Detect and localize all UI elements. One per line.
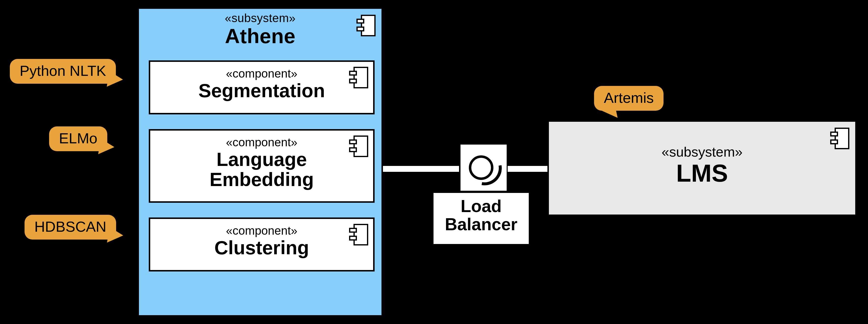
segmentation-stereotype: «component» [155,67,368,80]
load-balancer-line2: Balancer [434,216,529,234]
lms-name: LMS [549,161,855,185]
component-icon [356,15,376,36]
component-icon [349,224,368,246]
subsystem-athene: «subsystem» Athene «component» Segmentat… [137,7,383,317]
language-embedding-stereotype: «component» [155,135,368,149]
component-icon [349,135,368,157]
assembly-interface [459,143,508,192]
required-interface-socket-icon [461,144,508,192]
athene-name: Athene [139,26,381,46]
callout-artemis: Artemis [594,86,663,111]
clustering-name: Clustering [155,238,368,258]
load-balancer-box: Load Balancer [432,191,530,246]
segmentation-name: Segmentation [155,81,368,101]
callout-python-nltk-label: Python NLTK [20,63,106,79]
callout-hdbscan: HDBSCAN [25,215,116,239]
athene-title-block: «subsystem» Athene [139,11,381,46]
component-clustering: «component» Clustering [149,218,375,271]
lms-stereotype: «subsystem» [549,144,855,160]
load-balancer-line1: Load [434,197,529,216]
language-embedding-name: Language Embedding [155,150,368,190]
component-language-embedding: «component» Language Embedding [149,129,375,203]
lms-title-block: «subsystem» LMS [549,141,855,185]
component-icon [349,67,368,88]
connector-interface-to-lms [508,164,548,173]
connector-athene-to-interface [383,164,460,173]
athene-stereotype: «subsystem» [139,11,381,25]
component-icon [830,128,849,149]
subsystem-lms: «subsystem» LMS [548,120,857,216]
clustering-stereotype: «component» [155,224,368,237]
callout-python-nltk: Python NLTK [10,59,116,84]
callout-elmo-label: ELMo [59,130,97,147]
diagram-canvas: «subsystem» Athene «component» Segmentat… [0,0,868,324]
callout-hdbscan-label: HDBSCAN [34,219,106,235]
component-segmentation: «component» Segmentation [149,60,375,115]
callout-elmo: ELMo [49,126,107,151]
